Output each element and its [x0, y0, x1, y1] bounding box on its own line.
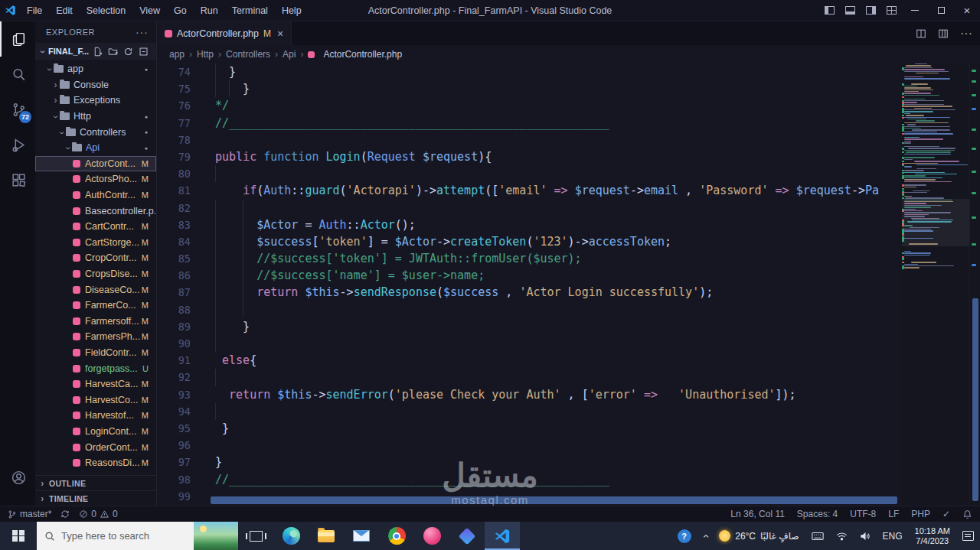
tree-folder-app[interactable]: ›app●	[35, 61, 156, 77]
breadcrumb-item[interactable]: ActorController.php	[308, 49, 402, 60]
tree-file-cropsdise[interactable]: CropsDise...M	[35, 266, 156, 282]
tree-folder-exceptions[interactable]: ›Exceptions	[35, 93, 156, 109]
split-editor-icon[interactable]	[916, 28, 926, 39]
code-line[interactable]: 89 }	[157, 318, 902, 335]
code-line[interactable]: 93 return $this->sendError('please Check…	[157, 386, 902, 403]
explorer-more-icon[interactable]: ···	[136, 26, 149, 38]
prettier-check-icon[interactable]: ✓	[942, 509, 950, 519]
more-actions-icon[interactable]: ···	[960, 27, 972, 41]
maximize-button[interactable]	[928, 0, 954, 21]
breadcrumb-item[interactable]: Api	[283, 49, 296, 60]
search-activity-icon[interactable]	[0, 57, 35, 92]
timeline-section[interactable]: › TIMELINE	[35, 490, 156, 506]
breadcrumb-item[interactable]: app	[169, 49, 185, 60]
tree-file-reasonsdi[interactable]: ReasonsDi...M	[35, 455, 156, 471]
tree-file-forgetpass[interactable]: forgetpass...U	[35, 360, 156, 376]
weather-indicator[interactable]: 26°C صافٍ غالبًا	[713, 522, 805, 550]
tree-file-fieldcontr[interactable]: FieldContr...M	[35, 345, 156, 361]
breadcrumb-item[interactable]: Controllers	[226, 49, 270, 60]
tree-file-basecontrollerp[interactable]: Basecontroller.p...	[35, 203, 156, 219]
tree-file-farmerco[interactable]: FarmerCo...M	[35, 298, 156, 314]
tree-file-cartstorge[interactable]: CartStorge...M	[35, 235, 156, 251]
menu-run[interactable]: Run	[194, 0, 225, 21]
help-tray-button[interactable]: ?	[671, 522, 697, 550]
new-file-icon[interactable]	[93, 47, 103, 57]
code-line[interactable]: 96	[157, 437, 902, 454]
language-mode[interactable]: PHP	[911, 509, 930, 519]
tree-file-actorcont[interactable]: ActorCont...M	[35, 156, 156, 172]
toggle-panel-icon[interactable]	[840, 0, 861, 21]
code-line[interactable]: 75 }	[157, 80, 902, 97]
horizontal-scrollbar-thumb[interactable]	[211, 496, 897, 504]
code-line[interactable]: 87 return $this->sendResponse($success ,…	[157, 284, 902, 301]
code-line[interactable]: 92	[157, 369, 902, 386]
outline-section[interactable]: › OUTLINE	[35, 475, 156, 490]
notification-center-button[interactable]	[956, 522, 980, 550]
menu-go[interactable]: Go	[167, 0, 194, 21]
code-line[interactable]: 95 }	[157, 420, 902, 437]
sync-button[interactable]	[60, 509, 70, 519]
extensions-activity-icon[interactable]	[0, 162, 35, 197]
encoding-indicator[interactable]: UTF-8	[850, 509, 876, 519]
tray-expand-button[interactable]: ›	[697, 522, 714, 550]
tree-folder-api[interactable]: ›Api●	[35, 140, 156, 156]
weather-widget-image[interactable]	[194, 522, 238, 550]
indentation-indicator[interactable]: Spaces: 4	[797, 509, 838, 519]
overview-ruler[interactable]	[969, 63, 980, 506]
layout-columns-icon[interactable]	[938, 28, 949, 39]
code-line[interactable]: 91 else{	[157, 352, 902, 369]
git-branch-indicator[interactable]: master*	[8, 509, 51, 519]
minimap-slider[interactable]	[902, 199, 969, 246]
tree-folder-controllers[interactable]: ›Controllers●	[35, 124, 156, 140]
edge-taskbar-button[interactable]	[273, 522, 309, 550]
tab-close-icon[interactable]: ×	[277, 28, 283, 40]
file-explorer-taskbar-button[interactable]	[309, 522, 344, 550]
clock[interactable]: 10:18 AM 7/4/2023	[909, 526, 956, 546]
code-line[interactable]: 98//____________________________________…	[157, 471, 902, 488]
menu-file[interactable]: File	[20, 0, 49, 21]
tree-file-authcontr[interactable]: AuthContr...M	[35, 187, 156, 203]
minimize-button[interactable]	[902, 0, 928, 21]
menu-edit[interactable]: Edit	[49, 0, 80, 21]
start-button[interactable]	[0, 522, 37, 550]
tree-file-farmersoff[interactable]: Farmersoff...M	[35, 314, 156, 330]
code-line[interactable]: 84 $success['token'] = $Actor->createTok…	[157, 233, 902, 250]
tree-folder-console[interactable]: ›Console	[35, 77, 156, 93]
run-debug-activity-icon[interactable]	[0, 127, 35, 162]
code-line[interactable]: 76*/	[157, 97, 902, 114]
eol-indicator[interactable]: LF	[888, 509, 899, 519]
menu-selection[interactable]: Selection	[80, 0, 132, 21]
code-line[interactable]: 74 }	[157, 63, 902, 80]
minimap[interactable]	[902, 63, 969, 506]
source-control-activity-icon[interactable]: 72	[0, 92, 35, 127]
tree-file-ordercont[interactable]: OrderCont...M	[35, 439, 156, 455]
code-line[interactable]: 90	[157, 335, 902, 352]
code-line[interactable]: 82	[157, 200, 902, 216]
code-line[interactable]: 80	[157, 165, 902, 182]
menu-view[interactable]: View	[132, 0, 167, 21]
language-indicator[interactable]: ENG	[877, 522, 909, 550]
toggle-sidebar-icon[interactable]	[819, 0, 840, 21]
tree-folder-http[interactable]: ›Http●	[35, 109, 156, 125]
tab-actorcontroller[interactable]: ActorController.php M ×	[157, 21, 292, 45]
problems-indicator[interactable]: 0 0	[79, 509, 117, 519]
tree-file-farmersph[interactable]: FarmersPh...M	[35, 329, 156, 345]
tree-file-harvestca[interactable]: HarvestCa...M	[35, 376, 156, 392]
breadcrumb-item[interactable]: Http	[197, 49, 214, 60]
account-icon[interactable]	[0, 460, 35, 495]
explorer-activity-icon[interactable]	[0, 21, 35, 57]
tree-file-harvestco[interactable]: HarvestCo...M	[35, 392, 156, 408]
purple-app-taskbar-button[interactable]	[449, 522, 485, 550]
horizontal-scrollbar[interactable]	[211, 496, 902, 504]
task-view-button[interactable]	[238, 522, 273, 550]
refresh-icon[interactable]	[123, 47, 133, 57]
tree-file-actorspho[interactable]: ActorsPho...M	[35, 171, 156, 187]
tree-file-harvestof[interactable]: Harvestof...M	[35, 408, 156, 424]
volume-tray-icon[interactable]	[854, 522, 877, 550]
tree-file-cartcontr[interactable]: CartContr...M	[35, 219, 156, 235]
code-line[interactable]: 79public function Login(Request $request…	[157, 148, 902, 165]
network-tray-icon[interactable]	[830, 522, 854, 550]
vertical-scrollbar-thumb[interactable]	[972, 298, 978, 501]
notifications-bell-icon[interactable]	[962, 509, 972, 519]
pink-app-taskbar-button[interactable]	[414, 522, 449, 550]
